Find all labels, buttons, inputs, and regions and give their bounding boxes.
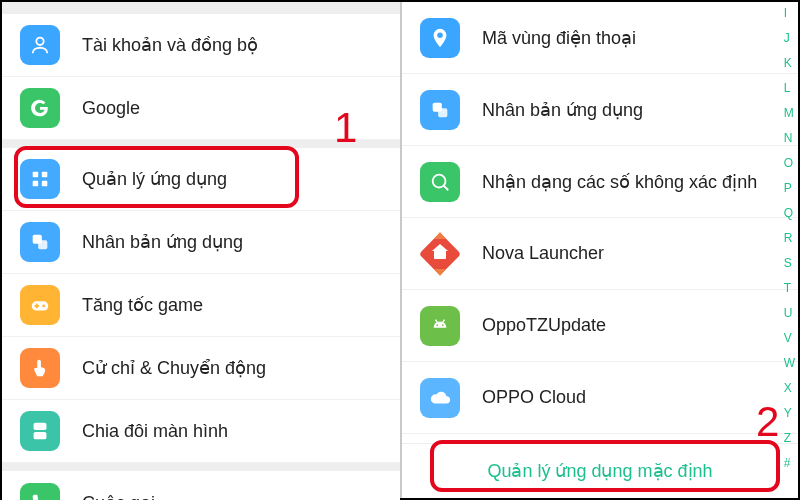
settings-item-app-clone[interactable]: Nhân bản ứng dụng <box>2 211 400 274</box>
app-item-clone[interactable]: Nhân bản ứng dụng <box>402 74 798 146</box>
svg-point-8 <box>42 305 45 308</box>
app-item-label: Nova Launcher <box>482 243 780 264</box>
svg-rect-11 <box>34 423 47 430</box>
settings-item-split-screen[interactable]: Chia đôi màn hình <box>2 400 400 463</box>
cloud-icon <box>420 378 460 418</box>
group-divider <box>2 140 400 148</box>
android-icon <box>420 306 460 346</box>
svg-rect-7 <box>32 301 49 310</box>
settings-item-label: Nhân bản ứng dụng <box>82 231 382 253</box>
clone-icon <box>420 90 460 130</box>
settings-item-call[interactable]: Cuộc gọi <box>2 471 400 500</box>
az-letter[interactable]: P <box>784 181 795 195</box>
nova-icon <box>420 234 460 274</box>
az-letter[interactable]: X <box>784 381 795 395</box>
group-divider <box>2 463 400 471</box>
az-letter[interactable]: Y <box>784 406 795 420</box>
app-list-panel: Mã vùng điện thoại Nhân bản ứng dụng Nhậ… <box>402 2 798 498</box>
splitscreen-icon <box>20 411 60 451</box>
svg-point-18 <box>442 324 444 326</box>
settings-item-label: Tăng tốc game <box>82 294 382 316</box>
az-letter[interactable]: # <box>784 456 795 470</box>
az-letter[interactable]: R <box>784 231 795 245</box>
app-item-area-code[interactable]: Mã vùng điện thoại <box>402 2 798 74</box>
settings-item-game-boost[interactable]: Tăng tốc game <box>2 274 400 337</box>
google-icon <box>20 88 60 128</box>
alphabet-index[interactable]: I J K L M N O P Q R S T U V W X Y Z # <box>784 2 795 438</box>
svg-rect-12 <box>34 432 47 439</box>
settings-item-google[interactable]: Google <box>2 77 400 140</box>
svg-rect-3 <box>33 181 39 187</box>
phone-icon <box>20 483 60 501</box>
app-item-oppo-cloud[interactable]: OPPO Cloud <box>402 362 798 434</box>
svg-point-16 <box>433 174 446 187</box>
svg-rect-10 <box>36 304 38 309</box>
svg-rect-15 <box>438 108 447 117</box>
az-letter[interactable]: K <box>784 56 795 70</box>
az-letter[interactable]: N <box>784 131 795 145</box>
az-letter[interactable]: M <box>784 106 795 120</box>
settings-item-label: Google <box>82 98 382 119</box>
svg-rect-1 <box>33 172 39 178</box>
app-item-label: OPPO Cloud <box>482 387 780 408</box>
settings-item-account-sync[interactable]: Tài khoản và đồng bộ <box>2 14 400 77</box>
az-letter[interactable]: V <box>784 331 795 345</box>
app-item-label: OppoTZUpdate <box>482 315 780 336</box>
app-item-number-id[interactable]: Nhận dạng các số không xác định <box>402 146 798 218</box>
az-letter[interactable]: W <box>784 356 795 370</box>
app-item-oppotzupdate[interactable]: OppoTZUpdate <box>402 290 798 362</box>
areacode-icon <box>420 18 460 58</box>
svg-point-0 <box>36 38 43 45</box>
az-letter[interactable]: L <box>784 81 795 95</box>
settings-item-label: Quản lý ứng dụng <box>82 168 382 190</box>
az-letter[interactable]: Z <box>784 431 795 445</box>
svg-point-17 <box>436 324 438 326</box>
app-item-nova-launcher[interactable]: Nova Launcher <box>402 218 798 290</box>
settings-item-label: Cuộc gọi <box>82 492 382 501</box>
gesture-icon <box>20 348 60 388</box>
settings-panel: Tài khoản và đồng bộ Google Quản lý ứng … <box>2 2 402 498</box>
account-icon <box>20 25 60 65</box>
az-letter[interactable]: U <box>784 306 795 320</box>
app-item-label: Mã vùng điện thoại <box>482 27 780 49</box>
gameboost-icon <box>20 285 60 325</box>
svg-rect-6 <box>38 240 47 249</box>
svg-rect-4 <box>42 181 48 187</box>
button-label: Quản lý ứng dụng mặc định <box>487 460 712 482</box>
svg-line-20 <box>443 319 445 322</box>
clone-icon <box>20 222 60 262</box>
settings-item-label: Chia đôi màn hình <box>82 421 382 442</box>
az-letter[interactable]: Q <box>784 206 795 220</box>
az-letter[interactable]: O <box>784 156 795 170</box>
app-item-label: Nhân bản ứng dụng <box>482 99 780 121</box>
az-letter[interactable]: J <box>784 31 795 45</box>
az-letter[interactable]: T <box>784 281 795 295</box>
settings-item-label: Cử chỉ & Chuyển động <box>82 357 382 379</box>
manage-default-apps-button[interactable]: Quản lý ứng dụng mặc định <box>402 443 798 498</box>
settings-item-app-management[interactable]: Quản lý ứng dụng <box>2 148 400 211</box>
screenshot-frame: Tài khoản và đồng bộ Google Quản lý ứng … <box>0 0 800 500</box>
az-letter[interactable]: I <box>784 6 795 20</box>
settings-item-gesture-motion[interactable]: Cử chỉ & Chuyển động <box>2 337 400 400</box>
svg-point-13 <box>437 32 443 38</box>
app-item-label: Nhận dạng các số không xác định <box>482 171 780 193</box>
az-letter[interactable]: S <box>784 256 795 270</box>
group-divider <box>2 2 400 14</box>
svg-rect-2 <box>42 172 48 178</box>
numberid-icon <box>420 162 460 202</box>
svg-line-19 <box>435 319 437 322</box>
settings-item-label: Tài khoản và đồng bộ <box>82 34 382 56</box>
apps-icon <box>20 159 60 199</box>
